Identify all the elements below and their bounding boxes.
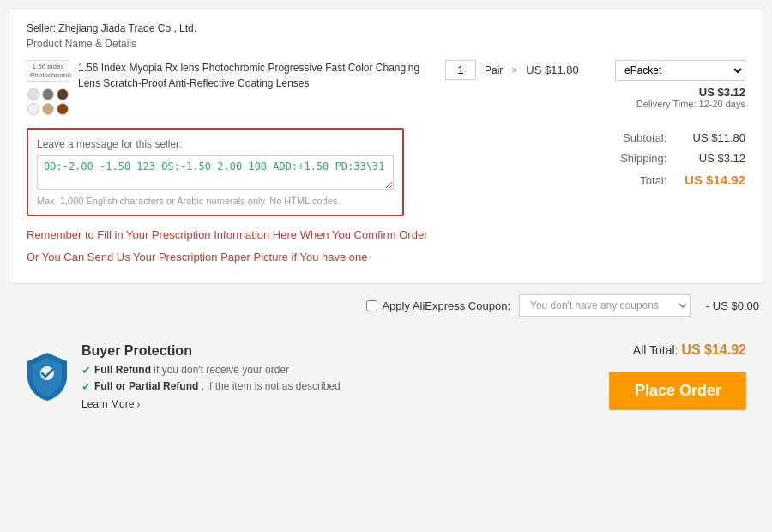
buyer-protection-title: Buyer Protection (81, 343, 341, 359)
learn-more-arrow-icon: › (136, 399, 140, 409)
checkmark-icon-2: ✔ (81, 380, 91, 393)
subtotal-label: Subtotal: (623, 128, 666, 148)
prescription-reminder-1: Remember to Fill in Your Prescription In… (27, 227, 514, 244)
total-value: US $14.92 (677, 168, 745, 191)
coupon-row: Apply AliExpress Coupon: You don't have … (9, 294, 763, 317)
total-row: Total: US $14.92 (531, 168, 745, 191)
swatch-row-2 (27, 103, 69, 115)
subtotal-value: US $11.80 (677, 128, 745, 148)
all-total-row: All Total: US $14.92 (609, 342, 746, 358)
product-images: 1.56 indexPhotochromic (27, 60, 69, 115)
refund-text-1: if you don't receive your order (154, 364, 289, 376)
coupon-label[interactable]: Apply AliExpress Coupon: (366, 299, 510, 312)
coupon-discount: - US $0.00 (699, 299, 759, 312)
product-label-text: 1.56 indexPhotochromic (30, 63, 66, 79)
swatch-1[interactable] (27, 88, 39, 100)
swatch-6[interactable] (57, 103, 69, 115)
learn-more-link[interactable]: Learn More › (81, 398, 341, 410)
order-card: Seller: Zhejiang Jiada Trade Co., Ltd. P… (9, 9, 763, 284)
shipping-total-value: US $3.12 (677, 148, 745, 168)
refund-label-1: Full Refund (94, 364, 151, 376)
coupon-text: Apply AliExpress Coupon: (382, 299, 510, 312)
swatch-4[interactable] (27, 103, 39, 115)
quantity-input[interactable] (445, 60, 476, 80)
message-box-label: Leave a message for this seller: (37, 138, 394, 150)
coupon-checkbox[interactable] (366, 300, 377, 311)
shipping-total-label: Shipping: (620, 148, 666, 168)
product-label-img: 1.56 indexPhotochromic (27, 60, 69, 82)
subtotal-row: Subtotal: US $11.80 (531, 128, 745, 148)
shipping-method-select[interactable]: ePacket Standard Shipping Expedited Ship… (615, 60, 745, 81)
message-box-section: Leave a message for this seller: Max. 1,… (27, 128, 404, 216)
refund-text-2: , if the item is not as described (202, 380, 341, 392)
checkmark-icon-1: ✔ (81, 364, 91, 377)
swatch-2[interactable] (42, 88, 54, 100)
total-label: Total: (640, 171, 666, 190)
seller-label: Seller: (27, 22, 56, 34)
place-order-button[interactable]: Place Order (609, 372, 746, 410)
product-title: 1.56 Index Myopia Rx lens Photochromic P… (78, 60, 437, 91)
totals-block: Subtotal: US $11.80 Shipping: US $3.12 T… (531, 128, 745, 191)
shipping-cost-value: US $3.12 (699, 86, 745, 99)
order-summary-block: All Total: US $14.92 Place Order (609, 342, 746, 410)
shipping-row: Shipping: US $3.12 (531, 148, 745, 168)
learn-more-text: Learn More (81, 398, 134, 410)
product-name-label: Product Name & Details (27, 38, 745, 50)
swatch-5[interactable] (42, 103, 54, 115)
swatch-3[interactable] (57, 88, 69, 100)
all-total-value: US $14.92 (681, 342, 746, 357)
shipping-block: ePacket Standard Shipping Expedited Ship… (608, 60, 745, 109)
buyer-protection-box: Buyer Protection ✔ Full Refund if you do… (26, 343, 592, 410)
buyer-protection-item-2: ✔ Full or Partial Refund , if the item i… (81, 380, 341, 393)
all-total-label: All Total: (633, 343, 679, 357)
seller-info: Seller: Zhejiang Jiada Trade Co., Ltd. (27, 22, 745, 34)
unit-price: US $11.80 (526, 63, 578, 76)
refund-label-2: Full or Partial Refund (94, 380, 198, 392)
message-hint: Max. 1,000 English characters or Arabic … (37, 196, 394, 206)
product-swatches (27, 88, 69, 115)
delivery-time-label: Delivery Time: (636, 99, 697, 109)
swatch-row-1 (27, 88, 69, 100)
buyer-protection-item-1: ✔ Full Refund if you don't receive your … (81, 364, 341, 377)
coupon-select[interactable]: You don't have any coupons (519, 294, 691, 317)
product-row: 1.56 indexPhotochromic 1.56 Index Myopia… (27, 60, 745, 115)
times-sign: × (511, 64, 517, 76)
shipping-cost: US $3.12 (608, 86, 745, 99)
buyer-protection-text: Buyer Protection ✔ Full Refund if you do… (81, 343, 341, 410)
unit-label: Pair (485, 64, 503, 76)
delivery-time: Delivery Time: 12-20 days (608, 99, 745, 109)
shield-icon (26, 351, 69, 402)
prescription-reminder-2: Or You Can Send Us Your Prescription Pap… (27, 249, 514, 266)
seller-name: Zhejiang Jiada Trade Co., Ltd. (58, 22, 196, 34)
delivery-days: 12-20 days (699, 99, 745, 109)
product-controls: Pair × US $11.80 (445, 60, 600, 80)
message-textarea[interactable] (37, 155, 394, 190)
buyer-protection-row: Buyer Protection ✔ Full Refund if you do… (9, 334, 763, 427)
